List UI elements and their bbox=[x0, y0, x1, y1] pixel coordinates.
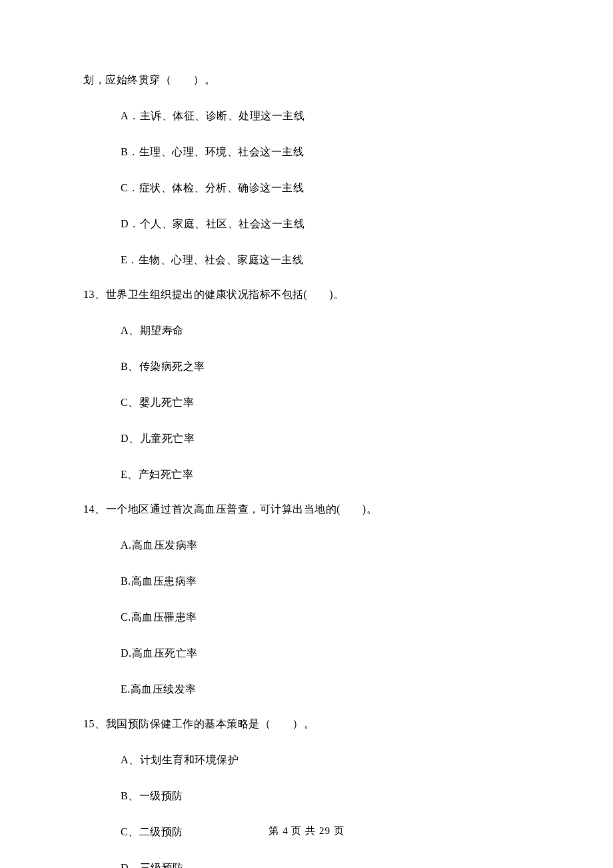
q12-option-d: D．个人、家庭、社区、社会这一主线 bbox=[83, 219, 540, 229]
q12-option-c: C．症状、体检、分析、确诊这一主线 bbox=[83, 183, 540, 193]
q12-option-b: B．生理、心理、环境、社会这一主线 bbox=[83, 147, 540, 157]
q14-option-e: E.高血压续发率 bbox=[83, 684, 540, 695]
q12-option-a: A．主诉、体征、诊断、处理这一主线 bbox=[83, 111, 540, 121]
q14-option-a: A.高血压发病率 bbox=[83, 540, 540, 551]
q15-stem: 15、我国预防保健工作的基本策略是（ ）。 bbox=[83, 719, 540, 729]
q13-option-a: A、期望寿命 bbox=[83, 325, 540, 336]
q15-option-d: D、三级预防 bbox=[83, 863, 540, 868]
q14-option-b: B.高血压患病率 bbox=[83, 576, 540, 587]
q13-option-b: B、传染病死之率 bbox=[83, 361, 540, 372]
q14-option-d: D.高血压死亡率 bbox=[83, 648, 540, 659]
q13-stem: 13、世界卫生组织提出的健康状况指标不包括( )。 bbox=[83, 289, 540, 300]
q15-option-a: A、计划生育和环境保护 bbox=[83, 755, 540, 765]
q14-option-c: C.高血压罹患率 bbox=[83, 612, 540, 623]
q14-stem: 14、一个地区通过首次高血压普查，可计算出当地的( )。 bbox=[83, 504, 540, 515]
q12-option-e: E．生物、心理、社会、家庭这一主线 bbox=[83, 255, 540, 265]
q13-option-d: D、儿童死亡率 bbox=[83, 433, 540, 444]
q12-continuation: 划，应始终贯穿（ ）。 bbox=[83, 75, 540, 85]
q15-option-b: B、一级预防 bbox=[83, 791, 540, 801]
q13-option-e: E、产妇死亡率 bbox=[83, 469, 540, 480]
page-footer: 第 4 页 共 29 页 bbox=[0, 825, 613, 837]
q13-option-c: C、婴儿死亡率 bbox=[83, 397, 540, 408]
document-page: 划，应始终贯穿（ ）。 A．主诉、体征、诊断、处理这一主线 B．生理、心理、环境… bbox=[0, 0, 613, 868]
